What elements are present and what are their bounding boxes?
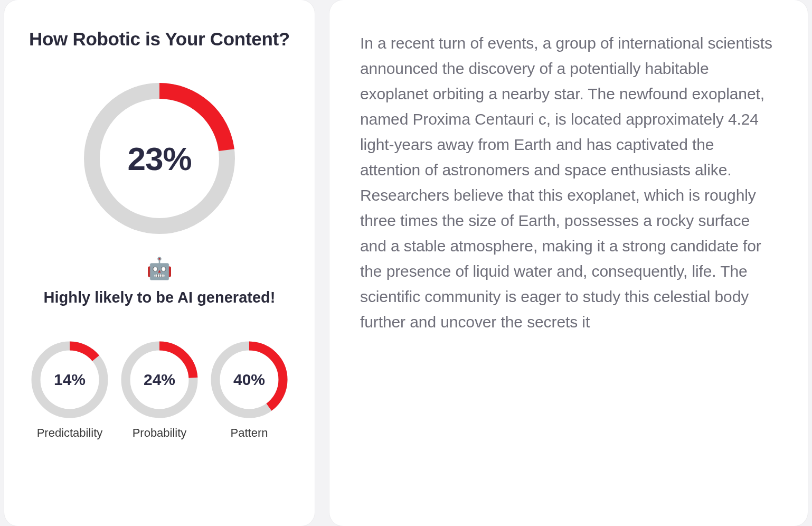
metric-row: 14% Predictability 24% Probability [25,340,294,440]
overall-gauge: 23% [80,79,239,238]
metric-probability: 24% Probability [117,340,202,440]
score-card: How Robotic is Your Content? 23% 🤖 Highl… [4,0,315,526]
metric-predictability: 14% Predictability [27,340,112,440]
verdict: 🤖 Highly likely to be AI generated! [43,258,276,311]
metric-pattern-label: Pattern [231,426,268,440]
metric-pattern-value: 40% [233,371,265,389]
metric-predictability-label: Predictability [37,426,103,440]
score-card-title: How Robotic is Your Content? [29,29,290,50]
metric-predictability-value: 14% [54,371,86,389]
metric-pattern-gauge: 40% [209,340,289,420]
verdict-text: Highly likely to be AI generated! [44,284,276,311]
metric-probability-label: Probability [133,426,187,440]
metric-probability-value: 24% [144,371,175,389]
robot-icon: 🤖 [146,258,173,279]
overall-gauge-value: 23% [127,140,191,177]
content-card: In a recent turn of events, a group of i… [329,0,808,526]
analyzed-text: In a recent turn of events, a group of i… [360,31,777,335]
metric-predictability-gauge: 14% [30,340,110,420]
metric-pattern: 40% Pattern [207,340,291,440]
metric-probability-gauge: 24% [119,340,200,420]
